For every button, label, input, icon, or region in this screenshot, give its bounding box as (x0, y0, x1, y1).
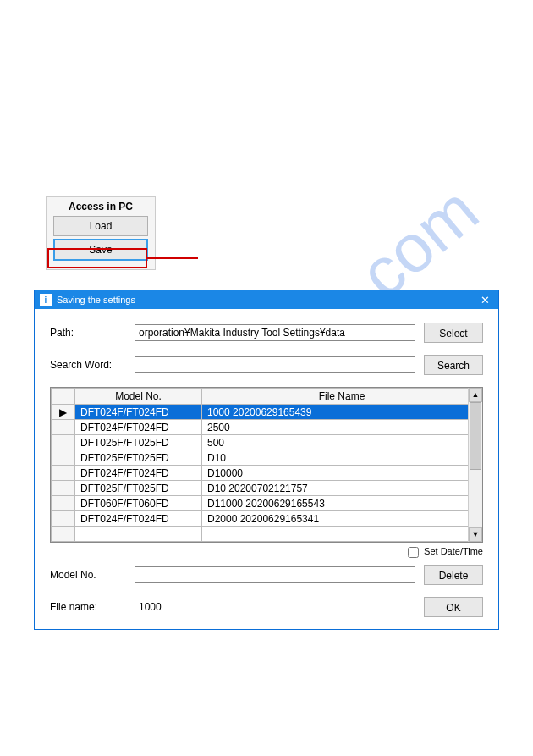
dialog-titlebar: i Saving the settings ✕ (35, 290, 498, 309)
row-indicator (52, 450, 75, 466)
path-label: Path: (50, 327, 135, 339)
table-row[interactable]: DFT025F/FT025FDD10 (52, 450, 482, 466)
cell-model: DFT025F/FT025FD (75, 435, 202, 450)
table-row[interactable] (52, 527, 482, 542)
searchword-label: Search Word: (50, 359, 135, 371)
access-panel: Access in PC Load Save (46, 196, 156, 270)
close-icon[interactable]: ✕ (475, 294, 495, 306)
callout-line (147, 257, 198, 259)
row-indicator (52, 481, 75, 496)
modelno-input[interactable] (135, 566, 415, 583)
grid-header-model[interactable]: Model No. (75, 389, 202, 405)
table-row[interactable]: DFT024F/FT024FD2500 (52, 420, 482, 435)
cell-filename: D10 (202, 450, 482, 466)
grid-scrollbar[interactable]: ▲ ▼ (468, 388, 482, 542)
modelno-label: Model No. (50, 569, 135, 581)
cell-model: DFT024F/FT024FD (75, 405, 202, 420)
file-grid[interactable]: Model No. File Name ▶DFT024F/FT024FD1000… (50, 387, 483, 543)
cell-filename: D11000 20200629165543 (202, 496, 482, 511)
search-button[interactable]: Search (424, 355, 483, 375)
table-row[interactable]: DFT024F/FT024FDD2000 20200629165341 (52, 511, 482, 527)
setdatetime-checkbox[interactable] (408, 547, 419, 558)
table-row[interactable]: DFT025F/FT025FDD10 20200702121757 (52, 481, 482, 496)
grid-corner (52, 389, 75, 405)
scroll-down-icon[interactable]: ▼ (469, 527, 482, 542)
save-button[interactable]: Save (53, 239, 148, 261)
row-indicator: ▶ (52, 405, 75, 420)
select-button[interactable]: Select (424, 323, 483, 343)
cell-filename: 2500 (202, 420, 482, 435)
ok-button[interactable]: OK (424, 597, 483, 617)
cell-model: DFT025F/FT025FD (75, 450, 202, 466)
filename-input[interactable] (135, 599, 415, 615)
grid-header-filename[interactable]: File Name (202, 389, 482, 405)
table-row[interactable]: ▶DFT024F/FT024FD1000 20200629165439 (52, 405, 482, 420)
scroll-up-icon[interactable]: ▲ (469, 388, 482, 402)
cell-model: DFT025F/FT025FD (75, 481, 202, 496)
path-input[interactable] (135, 324, 415, 341)
access-panel-title: Access in PC (53, 201, 148, 212)
scroll-thumb[interactable] (470, 402, 481, 470)
cell-filename: D10 20200702121757 (202, 481, 482, 496)
row-indicator (52, 435, 75, 450)
cell-filename: 1000 20200629165439 (202, 405, 482, 420)
cell-model: DFT024F/FT024FD (75, 511, 202, 527)
table-row[interactable]: DFT060F/FT060FDD11000 20200629165543 (52, 496, 482, 511)
filename-label: File name: (50, 601, 135, 613)
cell-model: DFT024F/FT024FD (75, 420, 202, 435)
save-settings-dialog: i Saving the settings ✕ Path: Select Sea… (34, 290, 499, 630)
row-indicator (52, 466, 75, 481)
row-indicator (52, 511, 75, 527)
dialog-title: Saving the settings (57, 295, 135, 305)
cell-filename: D10000 (202, 466, 482, 481)
app-icon: i (40, 294, 52, 306)
search-input[interactable] (135, 356, 415, 373)
table-row[interactable]: DFT025F/FT025FD500 (52, 435, 482, 450)
cell-model: DFT024F/FT024FD (75, 466, 202, 481)
cell-filename: D2000 20200629165341 (202, 511, 482, 527)
table-row[interactable]: DFT024F/FT024FDD10000 (52, 466, 482, 481)
cell-model: DFT060F/FT060FD (75, 496, 202, 511)
row-indicator (52, 496, 75, 511)
setdatetime-checkbox-label[interactable]: Set Date/Time (408, 546, 483, 556)
row-indicator (52, 420, 75, 435)
cell-filename: 500 (202, 435, 482, 450)
load-button[interactable]: Load (53, 216, 148, 236)
delete-button[interactable]: Delete (424, 565, 483, 585)
